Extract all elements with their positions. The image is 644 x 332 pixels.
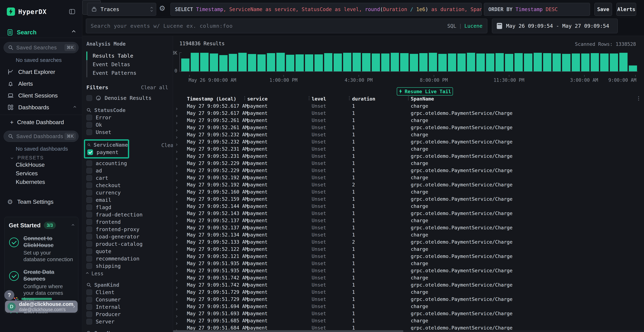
get-started-item[interactable]: Connect to ClickHouse Set up your databa… <box>9 235 74 262</box>
filter-checkbox-row[interactable]: Server <box>86 318 173 325</box>
save-button[interactable]: Save <box>594 3 612 16</box>
table-row[interactable]: May 27 9:09:52.229 AM payment Unset 1 gr… <box>173 167 644 174</box>
filter-checkbox-row[interactable]: product-catalog <box>86 240 173 248</box>
clear-button[interactable]: Clear <box>161 142 173 148</box>
language-sql-toggle[interactable]: SQL <box>447 23 456 29</box>
preset-item[interactable]: Kubernetes <box>0 178 82 186</box>
table-row[interactable]: May 27 9:09:51.693 AM payment Unset 1 gr… <box>173 310 644 317</box>
results-histogram[interactable]: 28K 0 May 26 9:00:00 AM 1:00:00 PM 4:30:… <box>180 52 638 75</box>
show-less-toggle[interactable]: Less <box>86 270 173 277</box>
help-button[interactable]: ? <box>4 290 14 300</box>
table-row[interactable]: May 27 9:09:52.134 AM payment Unset 1 ch… <box>173 231 644 238</box>
filter-checkbox-row[interactable]: Client <box>86 288 173 296</box>
analysis-mode-tab[interactable]: Results Table <box>86 52 173 60</box>
table-options-icon[interactable]: ⋮ <box>636 95 641 101</box>
presets-toggle[interactable]: PRESETS <box>0 155 82 160</box>
filter-checkbox-row[interactable]: Unset <box>86 128 173 136</box>
sql-select-editor[interactable]: SELECT Timestamp, ServiceName as service… <box>170 3 482 16</box>
filter-checkbox-row[interactable]: quote <box>86 248 173 255</box>
filter-checkbox-row[interactable]: ad <box>86 167 173 174</box>
table-row[interactable]: May 27 9:09:52.617 AM payment Unset 1 ch… <box>173 102 644 110</box>
filter-checkbox-row[interactable]: Ok <box>86 121 173 128</box>
table-row[interactable]: May 27 9:09:52.617 AM payment Unset 1 gr… <box>173 110 644 117</box>
table-row[interactable]: May 27 9:09:51.685 AM payment Unset 1 ch… <box>173 317 644 324</box>
table-row[interactable]: May 27 9:09:51.729 AM payment Unset 1 gr… <box>173 296 644 303</box>
table-row[interactable]: May 27 9:09:52.137 AM payment Unset 1 gr… <box>173 224 644 231</box>
filter-checkbox-row-payment[interactable]: payment <box>87 148 128 156</box>
sidebar-collapse-icon[interactable] <box>69 9 75 14</box>
filter-checkbox-row[interactable]: frontend <box>86 218 173 226</box>
preset-item[interactable]: Services <box>0 169 82 178</box>
alerts-button[interactable]: Alerts <box>616 3 636 16</box>
filter-checkbox-row[interactable]: shipping <box>86 262 173 270</box>
table-row[interactable]: May 27 9:09:52.144 AM payment Unset 1 ch… <box>173 203 644 210</box>
filter-checkbox-row[interactable]: recommendation <box>86 255 173 262</box>
sidebar-item-client-sessions[interactable]: Client Sessions <box>0 90 82 102</box>
analysis-mode-tab[interactable]: Event Deltas <box>86 60 173 69</box>
filter-checkbox-row[interactable]: email <box>86 196 173 204</box>
filter-checkbox-row[interactable]: frontend-proxy <box>86 226 173 233</box>
table-row[interactable]: May 27 9:09:52.231 AM payment Unset 1 ch… <box>173 146 644 152</box>
filter-checkbox-row[interactable]: checkout <box>86 182 173 189</box>
table-row[interactable]: May 27 9:09:52.231 AM payment Unset 1 gr… <box>173 152 644 160</box>
sidebar-item-alerts[interactable]: Alerts <box>0 78 82 90</box>
table-row[interactable]: May 27 9:09:52.261 AM payment Unset 1 gr… <box>173 124 644 131</box>
table-row[interactable]: May 27 9:09:52.192 AM payment Unset 1 ch… <box>173 174 644 181</box>
sidebar-item-search[interactable]: Search <box>0 27 82 38</box>
date-range-picker[interactable]: May 26 09:09:54 - May 27 09:09:54 <box>492 18 618 33</box>
column-header-spanname[interactable]: SpanName <box>411 96 434 102</box>
filter-checkbox-row[interactable]: Error <box>86 114 173 121</box>
filter-checkbox-row[interactable]: cart <box>86 174 173 182</box>
filter-checkbox-row[interactable]: currency <box>86 189 173 196</box>
user-menu[interactable]: D dale@clickhouse.com dale@clickhouse.co… <box>5 300 78 313</box>
source-select[interactable]: Traces <box>87 3 156 16</box>
table-row[interactable]: May 27 9:09:52.159 AM payment Unset 1 gr… <box>173 196 644 203</box>
column-header-duration[interactable]: duration <box>352 96 375 102</box>
resume-live-tail-button[interactable]: Resume Live Tail <box>397 87 453 96</box>
filter-checkbox-row[interactable]: Internal <box>86 303 173 310</box>
table-row[interactable]: May 27 9:09:52.261 AM payment Unset 1 ch… <box>173 117 644 124</box>
sidebar-item-team-settings[interactable]: ⚙ Team Settings <box>0 197 82 206</box>
row-expand-chevron-icon[interactable] <box>176 327 177 330</box>
table-row[interactable]: May 27 9:09:52.232 AM payment Unset 1 ch… <box>173 131 644 138</box>
table-row[interactable]: May 27 9:09:51.684 AM payment Unset 1 gr… <box>173 324 644 330</box>
chevron-up-icon[interactable] <box>72 224 74 227</box>
table-row[interactable]: May 27 9:09:52.160 AM payment Unset 1 ch… <box>173 188 644 196</box>
column-drag-handle[interactable]: ⋮ <box>347 95 351 101</box>
clear-all-button[interactable]: Clear all <box>141 84 168 90</box>
filter-checkbox-row[interactable]: Consumer <box>86 296 173 303</box>
column-drag-handle[interactable]: ⋮ <box>242 95 247 101</box>
table-row[interactable]: May 27 9:09:51.729 AM payment Unset 1 ch… <box>173 288 644 296</box>
search-input[interactable]: Search your events w/ Lucene ex. column:… <box>86 18 487 33</box>
gear-icon[interactable]: ⚙ <box>159 5 166 12</box>
sidebar-item-dashboards[interactable]: Dashboards <box>0 102 82 113</box>
column-drag-handle[interactable]: ⋮ <box>406 95 410 101</box>
analysis-mode-tab[interactable]: Event Patterns <box>86 69 173 77</box>
table-row[interactable]: May 27 9:09:51.935 AM payment Unset 1 ch… <box>173 260 644 267</box>
column-header-timestamp[interactable]: Timestamp (Local) <box>187 96 236 102</box>
filter-checkbox-row[interactable]: fraud-detection <box>86 211 173 218</box>
denoise-results-checkbox[interactable]: Denoise Results <box>86 94 173 102</box>
table-row[interactable]: May 27 9:09:52.229 AM payment Unset 1 ch… <box>173 160 644 167</box>
saved-dashboards-input[interactable]: Saved Dashboards ⌘K <box>4 131 78 142</box>
filter-checkbox-row[interactable]: Producer <box>86 310 173 318</box>
table-row[interactable]: May 27 9:09:52.192 AM payment Unset 2 gr… <box>173 181 644 188</box>
table-row[interactable]: May 27 9:09:52.133 AM payment Unset 2 gr… <box>173 238 644 246</box>
create-dashboard-button[interactable]: + Create Dashboard <box>0 118 82 127</box>
table-row[interactable]: May 27 9:09:52.122 AM payment Unset 1 ch… <box>173 246 644 253</box>
filter-checkbox-row[interactable]: flagd <box>86 204 173 211</box>
filter-checkbox-row[interactable]: load-generator <box>86 233 173 240</box>
table-row[interactable]: May 27 9:09:52.143 AM payment Unset 1 gr… <box>173 210 644 217</box>
column-drag-handle[interactable]: ⋮ <box>307 95 311 101</box>
preset-item[interactable]: ClickHouse <box>0 160 82 169</box>
filter-checkbox-row[interactable]: accounting <box>86 160 173 167</box>
column-header-service[interactable]: service <box>247 96 268 102</box>
table-row[interactable]: May 27 9:09:52.121 AM payment Unset 1 gr… <box>173 253 644 260</box>
sidebar-item-chart-explorer[interactable]: Chart Explorer <box>0 66 82 78</box>
scrollbar-thumb[interactable] <box>173 330 404 332</box>
table-row[interactable]: May 27 9:09:52.232 AM payment Unset 1 gr… <box>173 138 644 146</box>
table-row[interactable]: May 27 9:09:51.742 AM payment Unset 1 gr… <box>173 282 644 288</box>
column-header-level[interactable]: level <box>312 96 326 102</box>
table-row[interactable]: May 27 9:09:51.742 AM payment Unset 1 ch… <box>173 274 644 282</box>
table-row[interactable]: May 27 9:09:51.935 AM payment Unset 1 gr… <box>173 267 644 274</box>
